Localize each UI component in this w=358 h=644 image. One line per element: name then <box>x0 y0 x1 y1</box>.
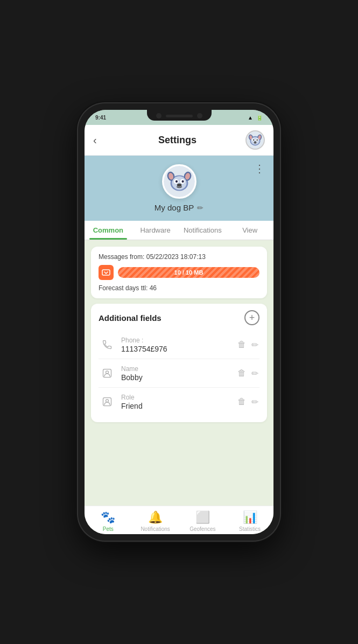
bell-icon: 🔔 <box>148 510 163 524</box>
phone-field-label: Phone : <box>121 337 231 344</box>
tab-hardware[interactable]: Hardware <box>132 221 179 240</box>
field-row-phone: Phone : 1113754£976 🗑 ✏ <box>99 331 259 359</box>
svg-point-23 <box>177 184 181 187</box>
storage-bar: 10 / 10 MB <box>118 267 259 278</box>
storage-card: Messages from: 05/22/2023 18:07:13 10 / … <box>91 247 267 298</box>
tab-notifications[interactable]: Notifications <box>179 221 227 240</box>
profile-edit-icon[interactable]: ✏ <box>197 204 203 212</box>
phone-delete-button[interactable]: 🗑 <box>236 339 247 351</box>
field-content-name: Name Bobby <box>121 365 231 382</box>
geofence-icon: ⬜ <box>195 510 210 524</box>
profile-avatar <box>162 164 196 199</box>
svg-point-11 <box>254 141 257 143</box>
storage-icon <box>99 265 114 280</box>
add-field-button[interactable]: + <box>244 310 259 325</box>
status-time: 9:41 <box>95 115 106 121</box>
role-field-actions: 🗑 ✏ <box>236 396 259 408</box>
contact-icon-name <box>99 365 116 382</box>
messages-from: Messages from: 05/22/2023 18:07:13 <box>99 253 259 261</box>
tab-common[interactable]: Common <box>85 221 132 240</box>
phone-field-value: 1113754£976 <box>121 345 231 353</box>
field-content-phone: Phone : 1113754£976 <box>121 337 231 353</box>
profile-section: ⋮ My dog B <box>85 156 273 221</box>
svg-point-28 <box>106 400 109 402</box>
role-field-value: Friend <box>121 402 231 410</box>
nav-pets[interactable]: 🐾 Pets <box>85 510 132 532</box>
svg-point-21 <box>175 180 177 183</box>
storage-bar-container: 10 / 10 MB <box>99 265 259 280</box>
paw-icon: 🐾 <box>101 510 115 524</box>
role-field-label: Role <box>121 394 231 401</box>
role-delete-button[interactable]: 🗑 <box>236 396 247 408</box>
additional-fields-card: Additional fields + Phone : 1113754£976 <box>91 304 267 422</box>
nav-geofences-label: Geofences <box>189 526 215 532</box>
name-field-actions: 🗑 ✏ <box>236 367 259 380</box>
more-options-button[interactable]: ⋮ <box>254 162 265 175</box>
role-edit-button[interactable]: ✏ <box>250 396 259 408</box>
svg-point-9 <box>253 139 254 141</box>
bottom-nav: 🐾 Pets 🔔 Notifications ⬜ Geofences 📊 Sta… <box>85 506 273 534</box>
contact-icon-role <box>99 393 116 410</box>
tab-view[interactable]: View <box>226 221 273 240</box>
forecast-text: Forecast days ttl: 46 <box>99 284 259 292</box>
nav-geofences[interactable]: ⬜ Geofences <box>179 510 227 532</box>
svg-rect-24 <box>102 270 110 275</box>
field-row-name: Name Bobby 🗑 ✏ <box>99 359 259 388</box>
tab-bar: Common Hardware Notifications View <box>85 221 273 240</box>
storage-bar-wrap: 10 / 10 MB <box>118 267 259 278</box>
header-avatar[interactable] <box>245 130 265 150</box>
additional-fields-header: Additional fields + <box>99 310 259 325</box>
page-title: Settings <box>158 135 196 146</box>
additional-fields-title: Additional fields <box>99 313 162 323</box>
main-content: Messages from: 05/22/2023 18:07:13 10 / … <box>85 240 273 506</box>
name-edit-button[interactable]: ✏ <box>250 367 259 380</box>
field-content-role: Role Friend <box>121 394 231 410</box>
wifi-icon: ▲ <box>248 115 253 121</box>
stats-icon: 📊 <box>243 510 257 524</box>
svg-point-10 <box>256 139 257 141</box>
name-field-value: Bobby <box>121 373 231 382</box>
app-header: ‹ Settings <box>85 125 273 156</box>
nav-statistics[interactable]: 📊 Statistics <box>226 510 273 532</box>
nav-notifications-label: Notifications <box>141 526 170 532</box>
name-field-label: Name <box>121 365 231 373</box>
back-button[interactable]: ‹ <box>93 134 109 146</box>
battery-icon: 🔋 <box>256 115 263 121</box>
profile-name: My dog BP ✏ <box>155 203 203 212</box>
phone-icon <box>99 336 116 353</box>
svg-point-22 <box>181 180 184 183</box>
name-delete-button[interactable]: 🗑 <box>236 367 247 379</box>
storage-bar-label: 10 / 10 MB <box>174 269 203 276</box>
status-icons: ▲ 🔋 <box>248 115 263 121</box>
svg-point-26 <box>106 371 109 374</box>
field-row-role: Role Friend 🗑 ✏ <box>99 388 259 416</box>
nav-notifications[interactable]: 🔔 Notifications <box>132 510 179 532</box>
phone-edit-button[interactable]: ✏ <box>250 339 259 351</box>
phone-field-actions: 🗑 ✏ <box>236 339 259 351</box>
nav-statistics-label: Statistics <box>239 526 261 532</box>
nav-pets-label: Pets <box>103 526 114 532</box>
